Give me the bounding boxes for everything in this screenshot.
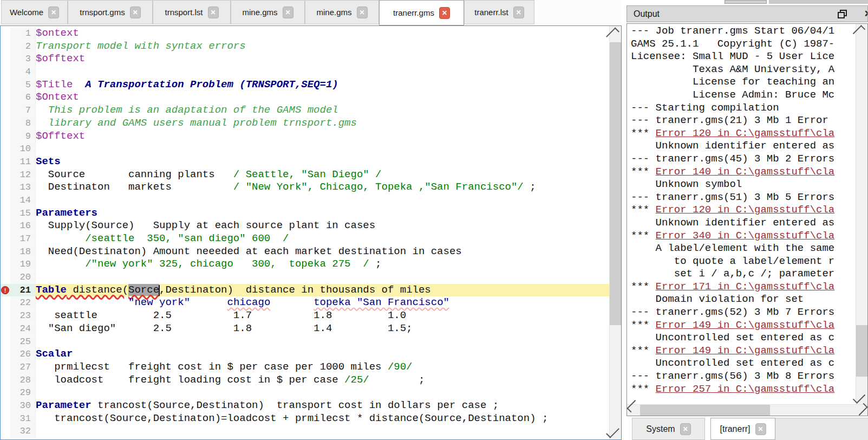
close-icon[interactable]: ✕ [357,7,368,18]
gutter-margin [1,79,10,92]
error-link[interactable]: Error 120 in C:\gamsstuff\cla [656,127,835,139]
code-line: 3$offtext [1,53,610,66]
output-vertical-scrollbar[interactable] [856,24,867,405]
code-line: 24 "San diego" 2.5 1.8 1.4 1.5; [1,322,610,335]
line-number: 1 [10,27,36,40]
line-number: 21 [10,284,36,297]
gutter-margin [1,130,10,143]
editor-tab-welcome[interactable]: Welcome✕ [1,0,68,24]
gutter-margin [1,143,10,156]
log-line: Licensee: Small MUD - 5 User Lice [631,50,853,63]
code-token: Parameters [36,207,97,219]
editor-tab-mine-gms[interactable]: mine.gms✕ [305,0,379,24]
scroll-up-button[interactable] [610,26,621,38]
close-icon[interactable]: ✕ [680,423,691,435]
code-line: !21Table distance(Sorce,Destinaton) dist… [1,284,610,297]
line-number: 8 [10,117,36,130]
code-token: Source canning plants [36,169,233,180]
code-token [36,232,85,244]
code-area[interactable]: 1$ontext2Transport model with syntax err… [1,26,610,439]
top-scrollbar-strip [769,0,868,4]
output-horizontal-scrollbar[interactable] [627,404,867,416]
gutter-margin [1,245,10,258]
close-icon[interactable]: ✕ [513,7,524,18]
output-tab-system[interactable]: System✕ [632,418,705,440]
code-text: Table distance(Sorce,Destinaton) distanc… [36,284,610,297]
code-text: $Offtext [36,130,610,143]
code-text [36,194,610,207]
error-icon[interactable]: ! [1,286,9,294]
scroll-down-button[interactable] [610,428,621,439]
gutter-margin [1,169,10,182]
tab-label: mine.gms [316,8,351,17]
editor-tab-trnsport-gms[interactable]: trnsport.gms✕ [68,0,153,24]
tab-label: System [646,424,675,434]
error-link[interactable]: Error 257 in C:\gamsstuff\cla [656,383,835,395]
editor-tab-tranerr-gms[interactable]: tranerr.gms✕ [379,0,464,25]
error-link[interactable]: Error 149 in C:\gamsstuff\cla [656,319,835,331]
code-token: $ontext [36,27,79,39]
code-token: ; [524,181,536,193]
code-token: "San diego" 2.5 1.8 1.4 1.5; [36,322,413,334]
editor-tab-mine-gms[interactable]: mine.gms✕ [231,0,305,24]
gutter-margin [1,104,10,117]
output-tab-bar-background [774,418,868,440]
line-number: 31 [10,412,36,425]
log-line: *** Error 149 in C:\gamsstuff\cla [631,345,853,358]
float-panel-icon[interactable] [838,10,847,18]
close-icon[interactable]: ✕ [439,7,450,19]
gutter-margin [1,386,10,399]
log-prefix: *** [631,281,656,293]
output-tab--tranerr-[interactable]: [tranerr]✕ [710,418,775,440]
code-token: / Seattle, "San Diego" / [233,169,382,180]
error-link[interactable]: Error 149 in C:\gamsstuff\cla [656,345,835,357]
line-number: 13 [10,181,36,194]
scroll-up-button[interactable] [856,24,867,35]
code-line: 7 This problem is an adaptation of the G… [1,104,610,117]
editor-vertical-scrollbar[interactable] [609,26,621,439]
tab-label: trnsport.lst [165,8,203,17]
scroll-right-button[interactable] [857,405,867,416]
code-line: 5$Title A Transportation Problem (TRNSPO… [1,79,610,92]
code-token: This problem is an adaptation of the GAM… [36,104,338,116]
scrollbar-thumb[interactable] [856,325,867,377]
line-number: 28 [10,374,36,387]
line-number: 17 [10,232,36,245]
code-token [190,296,227,308]
code-text: Parameters [36,207,610,220]
error-link[interactable]: Error 140 in C:\gamsstuff\cla [656,166,835,178]
error-link[interactable]: Error 120 in C:\gamsstuff\cla [656,204,835,216]
close-icon[interactable]: ✕ [130,7,141,18]
scroll-down-button[interactable] [856,394,867,405]
output-tab-bar: System✕[tranerr]✕ [626,418,868,440]
code-text: seattle 2.5 1.7 1.8 1.0 [36,309,610,322]
code-line: 31 trancost(Source,Destinaton)=loadcost … [1,412,610,425]
code-token: Destinaton markets [36,181,233,193]
editor-tab-trnsport-lst[interactable]: trnsport.lst✕ [153,0,231,24]
code-editor[interactable]: 1$ontext2Transport model with syntax err… [0,25,622,440]
output-log[interactable]: --- Job tranerr.gms Start 06/04/1GAMS 25… [631,25,853,404]
line-number: 2 [10,40,36,53]
code-token [73,79,85,90]
line-number: 29 [10,386,36,399]
code-token: $Offtext [36,130,85,142]
code-token: Scalar [36,348,73,360]
log-prefix: *** [631,230,656,242]
close-icon[interactable]: ✕ [755,423,766,435]
close-icon[interactable]: ✕ [283,7,293,18]
output-panel-title: Output [634,9,660,19]
close-icon[interactable]: ✕ [48,7,59,18]
scrollbar-thumb[interactable] [640,405,770,416]
line-number: 4 [10,66,36,79]
chevron-left-icon [626,400,639,412]
scroll-left-button[interactable] [627,405,638,416]
error-link[interactable]: Error 171 in C:\gamsstuff\cla [656,281,835,293]
error-link[interactable]: Error 340 in C:\gamsstuff\cla [656,230,835,242]
code-token: ; [369,258,382,270]
chevron-up-icon [853,25,865,37]
float-panel-icon-front [838,12,845,18]
close-panel-icon[interactable]: ✕ [864,8,868,20]
scrollbar-thumb[interactable] [610,42,621,325]
close-icon[interactable]: ✕ [208,7,219,18]
editor-tab-tranerr-lst[interactable]: tranerr.lst✕ [464,0,534,24]
